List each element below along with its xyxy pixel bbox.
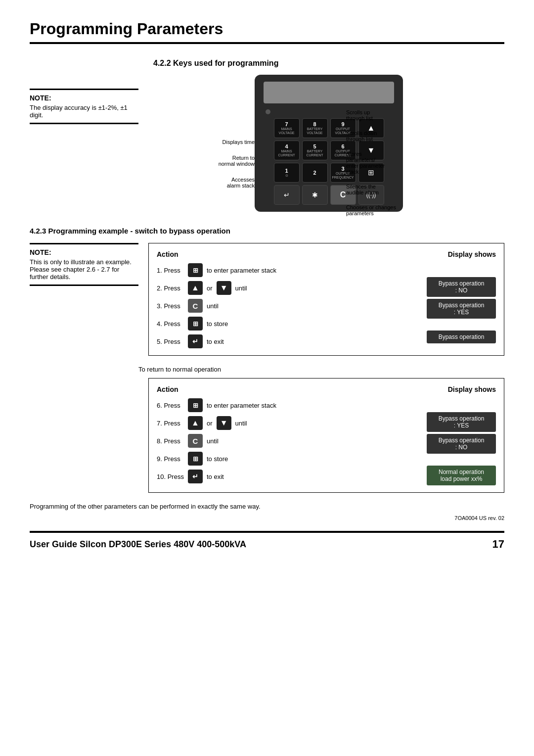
step-3-text: until [207,302,219,310]
step-9: 9. Press ⊞ to store [157,452,404,466]
step-7-or: or [207,420,213,427]
footer-title: User Guide Silcon DP300E Series 480V 400… [30,539,246,550]
step-8-text: until [207,437,219,445]
action-table-1: Action Display shows 1. Press ⊞ to enter… [148,243,504,356]
step-10-text: to exit [207,473,224,480]
step-6: 6. Press ⊞ to enter parameter stack [157,398,404,412]
step-3-icon-c: C [188,299,203,313]
step-1: 1. Press ⊞ to enter parameter stack [157,263,404,277]
display-badge-1a: Bypass operation: NO [427,277,496,297]
step-2-or: or [207,284,213,292]
note-text-1: The display accuracy is ±1-2%, ±1 digit. [30,104,138,119]
note-box-2: NOTE: This is only to illustrate an exam… [30,243,138,286]
step-5-num: 5. Press [157,338,184,345]
step-5: 5. Press ↵ to exit [157,334,404,348]
step-8: 8. Press C until [157,434,404,448]
callout-chooses: Chooses or changesparameters [346,204,425,216]
step-2-num: 2. Press [157,284,184,292]
step-7-text: until [235,420,247,427]
step-4-num: 4. Press [157,320,184,328]
display-pair-1: Bypass operation: NO Bypass operation: Y… [427,277,496,319]
step-10-icon-exit: ↵ [188,470,203,483]
step-9-num: 9. Press [157,455,184,463]
step-7-icon-down: ▼ [217,416,231,430]
display-label-2: Display shows [448,385,496,393]
callout-displays-time: Displays time [205,139,255,145]
step-10: 10. Press ↵ to exit [157,470,404,483]
display-badge-2c: Normal operationload power xx% [427,466,496,485]
display-pair-2: Bypass operation: YES Bypass operation: … [427,412,496,454]
action-table-2: Action Display shows 6. Press ⊞ to enter… [148,378,504,493]
step-3: 3. Press C until [157,299,404,313]
callout-accesses: Accessesalarm stack [205,177,255,189]
step-2-icon-up: ▲ [188,281,203,295]
step-2: 2. Press ▲ or ▼ until [157,281,404,295]
callout-stores: Storesparameters/enter parameterstack [346,151,425,175]
step-10-num: 10. Press [157,473,184,480]
return-normal-text: To return to normal operation [138,366,504,373]
step-7: 7. Press ▲ or ▼ until [157,416,404,430]
bottom-note: Programming of the other parameters can … [30,503,504,510]
callout-scrolls-down: Scrolls downthrough list [346,130,425,142]
step-1-num: 1. Press [157,267,184,274]
footer-page-number: 17 [492,538,504,551]
step-6-num: 6. Press [157,402,184,409]
action-label-2: Action [157,385,178,393]
display-badge-2b: Bypass operation: NO [427,434,496,454]
note-label-1: NOTE: [30,94,138,102]
step-7-icon-up: ▲ [188,416,203,430]
note-box-1: NOTE: The display accuracy is ±1-2%, ±1 … [30,89,138,124]
display-badge-1c: Bypass operation [427,331,496,343]
step-9-icon-enter: ⊞ [188,452,203,466]
section-423-heading: 4.2.3 Programming example - switch to by… [30,227,504,235]
step-4: 4. Press ⊞ to store [157,317,404,331]
step-8-icon-c: C [188,434,203,448]
step-5-icon-exit: ↵ [188,334,203,348]
step-2-text: until [235,284,247,292]
action-label-1: Action [157,250,178,258]
page-title: Programming Parameters [30,20,504,38]
rev-text: 7OA0004 US rev. 02 [30,515,504,521]
step-9-text: to store [207,455,228,463]
note-label-2: NOTE: [30,248,138,256]
step-5-text: to exit [207,338,224,345]
step-6-icon-enter: ⊞ [188,398,203,412]
step-6-text: to enter parameter stack [207,402,276,409]
page-footer: User Guide Silcon DP300E Series 480V 400… [30,531,504,551]
callout-silences: Silences theaudible alarm [346,184,425,195]
section-422-heading: 4.2.2 Keys used for programming [153,59,504,68]
step-3-num: 3. Press [157,302,184,310]
callout-scrolls-up: Scrolls upthrough list [346,109,425,121]
display-label-1: Display shows [448,250,496,258]
step-1-text: to enter parameter stack [207,267,276,274]
callout-return: Return tonormal window [205,155,255,167]
step-4-text: to store [207,320,228,328]
display-badge-1b: Bypass operation: YES [427,299,496,319]
step-1-icon-enter: ⊞ [188,263,203,277]
step-8-num: 8. Press [157,437,184,445]
note-text-2: This is only to illustrate an example. P… [30,258,138,281]
step-7-num: 7. Press [157,420,184,427]
step-4-icon-enter: ⊞ [188,317,203,331]
display-badge-2a: Bypass operation: YES [427,412,496,432]
step-2-icon-down: ▼ [217,281,231,295]
